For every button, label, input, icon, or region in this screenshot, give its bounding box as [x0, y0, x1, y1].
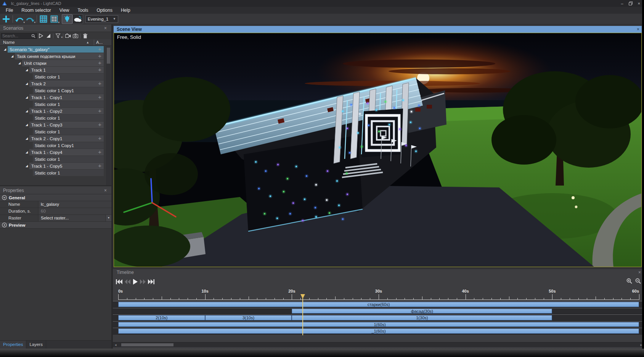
column-divider[interactable]: [94, 40, 94, 45]
tree-item[interactable]: ◢Track 2 - Copy1+: [0, 135, 104, 142]
tree-expand-icon[interactable]: ◢: [26, 150, 28, 154]
tree-add-button[interactable]: +: [98, 162, 101, 169]
scenarios-scrollbar[interactable]: ▾: [106, 46, 111, 186]
tree-item[interactable]: ◢Scenario "lc_galaxy"+: [0, 46, 104, 53]
run-scenario-button[interactable]: [38, 33, 44, 39]
property-value-field[interactable]: lc_galaxy: [38, 201, 111, 208]
tree-item[interactable]: ◢Track 1 - Copy4+: [0, 149, 104, 156]
skip-to-end-button[interactable]: [148, 279, 154, 284]
tree-item[interactable]: Static color 1: [0, 156, 104, 163]
tree-item[interactable]: ◢Track 2+: [0, 80, 104, 87]
scenarios-column-header[interactable]: Name ▲ A...: [0, 39, 111, 46]
scene-view-close-icon[interactable]: ×: [634, 27, 642, 32]
tree-item[interactable]: Static color 1 Copy1: [0, 142, 104, 149]
light-mode-button[interactable]: [62, 14, 72, 24]
tree-add-button[interactable]: +: [98, 66, 101, 73]
scroll-left-arrow[interactable]: ◂: [115, 343, 117, 347]
column-name[interactable]: Name: [0, 40, 15, 45]
tree-expand-icon[interactable]: ◢: [26, 123, 28, 126]
timeline-track[interactable]: старки(60s): [113, 301, 644, 308]
scene-3d-render[interactable]: [114, 33, 642, 267]
tree-expand-icon[interactable]: ◢: [26, 68, 28, 72]
undo-button[interactable]: ▾: [14, 14, 25, 24]
fast-forward-button[interactable]: [140, 279, 146, 284]
zoom-out-button[interactable]: [635, 278, 641, 284]
tree-item[interactable]: ◢Track 1 - Copy3+: [0, 122, 104, 128]
menu-item-help[interactable]: Help: [117, 7, 135, 14]
tree-add-button[interactable]: +: [98, 46, 101, 52]
filter-button[interactable]: ▾: [55, 33, 61, 39]
menu-item-file[interactable]: File: [2, 7, 17, 14]
property-value-field[interactable]: 60: [38, 208, 111, 215]
tree-expand-icon[interactable]: ◢: [26, 82, 28, 85]
scrollbar-thumb[interactable]: [107, 48, 110, 64]
tree-add-button[interactable]: +: [98, 59, 101, 66]
redo-button[interactable]: ▾: [25, 14, 35, 24]
tree-expand-icon[interactable]: ◢: [26, 96, 28, 99]
tree-add-button[interactable]: +: [98, 135, 101, 141]
room-grid-button[interactable]: ▾: [49, 14, 59, 24]
menu-item-view[interactable]: View: [55, 7, 74, 14]
timeline-segment[interactable]: старки(60s): [118, 302, 639, 307]
tree-item[interactable]: ◢Track 1 - Copy2+: [0, 108, 104, 115]
scenarios-close-icon[interactable]: ×: [103, 26, 108, 31]
playhead-handle[interactable]: [300, 294, 305, 299]
menu-item-room-selector[interactable]: Room selector: [17, 7, 55, 14]
tab-properties[interactable]: Properties: [0, 341, 26, 349]
column-a[interactable]: A...: [96, 40, 103, 45]
minimize-button[interactable]: –: [621, 0, 623, 7]
add-button[interactable]: [1, 14, 11, 24]
tree-add-button[interactable]: +: [98, 80, 101, 86]
tree-add-button[interactable]: +: [98, 107, 101, 114]
play-button[interactable]: [133, 279, 138, 285]
tree-expand-icon[interactable]: ◢: [26, 164, 28, 168]
scene-viewport[interactable]: Free, Solid: [114, 33, 642, 267]
hscrollbar-thumb[interactable]: [121, 343, 173, 346]
tree-item[interactable]: Static color 1: [0, 170, 104, 176]
tree-item[interactable]: ◢Unit старки+: [0, 60, 104, 67]
tree-add-button[interactable]: +: [98, 94, 101, 100]
timeline-track[interactable]: фасад(30s): [113, 308, 644, 315]
tree-item[interactable]: ◢Task синяя подсветка крыши+: [0, 53, 104, 60]
grid-dropdown-caret[interactable]: ▾: [58, 21, 59, 24]
grid-button[interactable]: [38, 14, 49, 24]
restore-button[interactable]: [629, 2, 633, 5]
timeline-track[interactable]: _1(60s): [113, 328, 644, 335]
timeline-hscrollbar[interactable]: ◂ ▸: [113, 342, 644, 347]
environment-button[interactable]: [72, 14, 83, 24]
expand-all-button[interactable]: [45, 33, 51, 39]
menu-item-options[interactable]: Options: [93, 7, 117, 14]
property-dropdown-button[interactable]: ▾: [106, 215, 111, 221]
timeline-segment[interactable]: 2(10s): [118, 315, 205, 320]
tree-expand-icon[interactable]: ◢: [26, 137, 28, 140]
timeline-segment[interactable]: _1(60s): [118, 328, 639, 334]
tree-expand-icon[interactable]: ◢: [11, 54, 13, 58]
tree-expand-icon[interactable]: ◢: [4, 48, 6, 51]
snapshot-button[interactable]: [72, 33, 79, 39]
tree-item[interactable]: Static color 1 Copy1: [0, 87, 104, 94]
tree-add-button[interactable]: +: [98, 149, 101, 155]
timeline-segment[interactable]: _1(60s): [118, 322, 639, 327]
close-button[interactable]: ×: [638, 0, 640, 7]
tree-item[interactable]: Static color 1: [0, 115, 104, 122]
timeline-segment[interactable]: фасад(30s): [292, 309, 552, 314]
section-expand-icon[interactable]: [2, 223, 7, 227]
section-general[interactable]: General: [0, 194, 111, 201]
timeline-track[interactable]: 2(10s)3(10s)1(30s): [113, 314, 644, 321]
tree-expand-icon[interactable]: ◢: [18, 61, 21, 65]
timeline-segment[interactable]: 3(10s): [205, 315, 292, 320]
tab-layers[interactable]: Layers: [26, 341, 46, 349]
tree-item[interactable]: Static color 1: [0, 128, 104, 135]
skip-to-start-button[interactable]: [116, 279, 122, 284]
tree-item[interactable]: ◢Track 1 - Copy5+: [0, 163, 104, 170]
property-value-field[interactable]: Select raster...▾: [38, 215, 111, 221]
section-collapse-icon[interactable]: [2, 195, 7, 200]
tree-item[interactable]: Static color 1: [0, 101, 104, 108]
timeline-ruler[interactable]: 0s10s20s30s40s50s60s: [118, 288, 639, 300]
delete-button[interactable]: [82, 33, 88, 39]
tree-add-button[interactable]: +: [98, 53, 101, 59]
filter-dropdown-caret[interactable]: ▾: [61, 36, 63, 39]
tree-add-button[interactable]: +: [98, 121, 101, 128]
tree-item[interactable]: ◢Track 1 - Copy1+: [0, 94, 104, 101]
redo-dropdown-caret[interactable]: ▾: [34, 21, 35, 24]
